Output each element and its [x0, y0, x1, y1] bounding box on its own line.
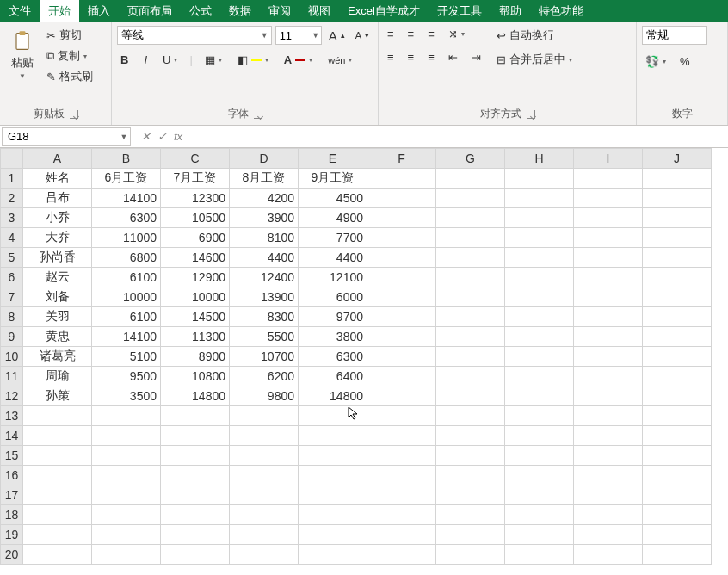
name-box[interactable]: ▼	[2, 127, 131, 146]
cell-J12[interactable]	[643, 386, 712, 406]
cell-F18[interactable]	[367, 505, 436, 525]
cell-A3[interactable]: 小乔	[23, 208, 92, 228]
fx-icon[interactable]: fx	[174, 130, 182, 143]
cell-B18[interactable]	[92, 505, 161, 525]
cell-H17[interactable]	[505, 485, 574, 505]
cell-D9[interactable]: 5500	[230, 327, 299, 347]
cell-B8[interactable]: 6100	[92, 307, 161, 327]
column-header-H[interactable]: H	[505, 149, 574, 169]
cell-B14[interactable]	[92, 426, 161, 446]
tab-4[interactable]: 公式	[181, 0, 220, 22]
cell-I3[interactable]	[574, 208, 643, 228]
cell-J6[interactable]	[643, 268, 712, 288]
cell-G19[interactable]	[436, 525, 505, 545]
cell-D16[interactable]	[230, 466, 299, 485]
cell-D1[interactable]: 8月工资	[230, 169, 299, 189]
cell-I14[interactable]	[574, 426, 643, 446]
cell-A8[interactable]: 关羽	[23, 307, 92, 327]
cell-E12[interactable]: 14800	[299, 386, 367, 406]
cell-G12[interactable]	[436, 386, 505, 406]
cell-F20[interactable]	[367, 545, 436, 565]
cell-B20[interactable]	[92, 545, 161, 565]
cell-J10[interactable]	[643, 347, 712, 367]
cell-D20[interactable]	[230, 545, 299, 565]
align-center-button[interactable]: ≡	[404, 49, 418, 65]
cell-I4[interactable]	[574, 228, 643, 248]
cell-J17[interactable]	[643, 485, 712, 505]
cell-J19[interactable]	[643, 525, 712, 545]
number-format-input[interactable]	[643, 29, 706, 42]
font-name-combo[interactable]: ▼	[117, 26, 272, 45]
cell-C9[interactable]: 11300	[161, 327, 230, 347]
cell-I2[interactable]	[574, 189, 643, 208]
cell-H18[interactable]	[505, 505, 574, 525]
bold-button[interactable]: B	[117, 52, 132, 68]
cell-C16[interactable]	[161, 466, 230, 485]
tab-0[interactable]: 文件	[0, 0, 40, 22]
decrease-indent-button[interactable]: ⇤	[445, 49, 461, 65]
cell-H6[interactable]	[505, 268, 574, 288]
cell-C13[interactable]	[161, 406, 230, 426]
cell-H7[interactable]	[505, 288, 574, 307]
cell-F17[interactable]	[367, 485, 436, 505]
row-header-15[interactable]: 15	[1, 446, 23, 466]
cell-A19[interactable]	[23, 525, 92, 545]
chevron-down-icon[interactable]: ▼	[311, 31, 321, 40]
phonetic-button[interactable]: wén▾	[324, 53, 355, 67]
cell-F7[interactable]	[367, 288, 436, 307]
cell-I20[interactable]	[574, 545, 643, 565]
wrap-text-button[interactable]: ↩ 自动换行	[493, 26, 576, 45]
cell-D4[interactable]: 8100	[230, 228, 299, 248]
cell-G14[interactable]	[436, 426, 505, 446]
cancel-formula-icon[interactable]: ✕	[141, 130, 151, 143]
cell-J13[interactable]	[643, 406, 712, 426]
cell-H16[interactable]	[505, 466, 574, 485]
cell-E18[interactable]	[299, 505, 367, 525]
cell-I8[interactable]	[574, 307, 643, 327]
cell-G9[interactable]	[436, 327, 505, 347]
cell-A15[interactable]	[23, 446, 92, 466]
row-header-9[interactable]: 9	[1, 327, 23, 347]
row-header-16[interactable]: 16	[1, 466, 23, 485]
cell-B4[interactable]: 11000	[92, 228, 161, 248]
align-middle-button[interactable]: ≡	[404, 26, 418, 42]
cell-C6[interactable]: 12900	[161, 268, 230, 288]
cell-G10[interactable]	[436, 347, 505, 367]
formula-input[interactable]	[191, 126, 728, 147]
align-right-button[interactable]: ≡	[424, 49, 438, 65]
cell-A12[interactable]: 孙策	[23, 386, 92, 406]
cell-E13[interactable]	[299, 406, 367, 426]
column-header-G[interactable]: G	[436, 149, 505, 169]
cell-E16[interactable]	[299, 466, 367, 485]
cell-I10[interactable]	[574, 347, 643, 367]
cell-F19[interactable]	[367, 525, 436, 545]
font-dialog-launcher-icon[interactable]	[254, 110, 262, 119]
cell-A9[interactable]: 黄忠	[23, 327, 92, 347]
cell-A16[interactable]	[23, 466, 92, 485]
cell-E20[interactable]	[299, 545, 367, 565]
cell-B17[interactable]	[92, 485, 161, 505]
cell-G8[interactable]	[436, 307, 505, 327]
cell-F14[interactable]	[367, 426, 436, 446]
cell-I6[interactable]	[574, 268, 643, 288]
cell-J2[interactable]	[643, 189, 712, 208]
cell-A13[interactable]	[23, 406, 92, 426]
cell-J3[interactable]	[643, 208, 712, 228]
cell-A7[interactable]: 刘备	[23, 288, 92, 307]
cell-J1[interactable]	[643, 169, 712, 189]
column-header-C[interactable]: C	[161, 149, 230, 169]
cell-D11[interactable]: 6200	[230, 367, 299, 386]
cell-H9[interactable]	[505, 327, 574, 347]
clipboard-dialog-launcher-icon[interactable]	[70, 110, 78, 119]
cell-C4[interactable]: 6900	[161, 228, 230, 248]
cell-H5[interactable]	[505, 248, 574, 268]
fill-color-button[interactable]: ◧▾	[234, 52, 272, 68]
italic-button[interactable]: I	[140, 52, 151, 68]
cell-E3[interactable]: 4900	[299, 208, 367, 228]
grow-font-button[interactable]: A▴	[325, 27, 349, 45]
copy-button[interactable]: ⧉ 复制 ▾	[43, 46, 96, 65]
tab-11[interactable]: 特色功能	[530, 0, 592, 22]
underline-button[interactable]: U▾	[159, 52, 181, 68]
cell-E10[interactable]: 6300	[299, 347, 367, 367]
cell-C12[interactable]: 14800	[161, 386, 230, 406]
